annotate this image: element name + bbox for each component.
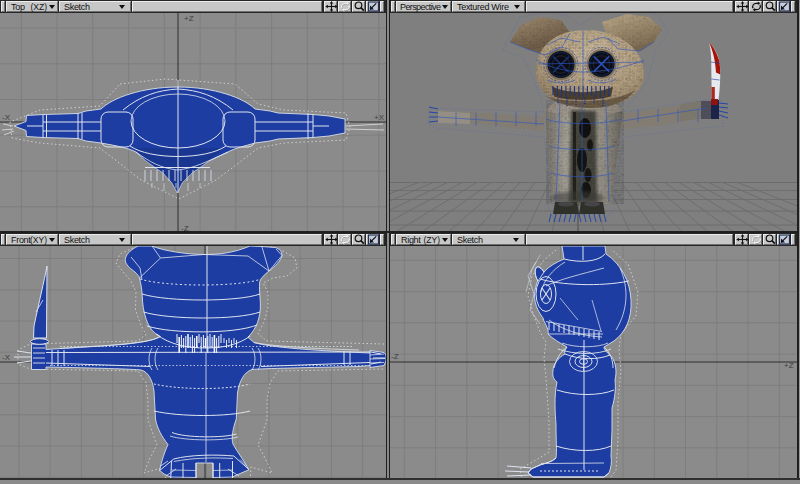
svg-text:+X: +X bbox=[374, 113, 385, 122]
svg-text:-X: -X bbox=[2, 353, 11, 362]
svg-text:-Z: -Z bbox=[391, 352, 399, 361]
svg-text:+Z: +Z bbox=[184, 14, 194, 23]
svg-text:+Z: +Z bbox=[784, 361, 794, 370]
svg-text:-X: -X bbox=[2, 113, 11, 122]
